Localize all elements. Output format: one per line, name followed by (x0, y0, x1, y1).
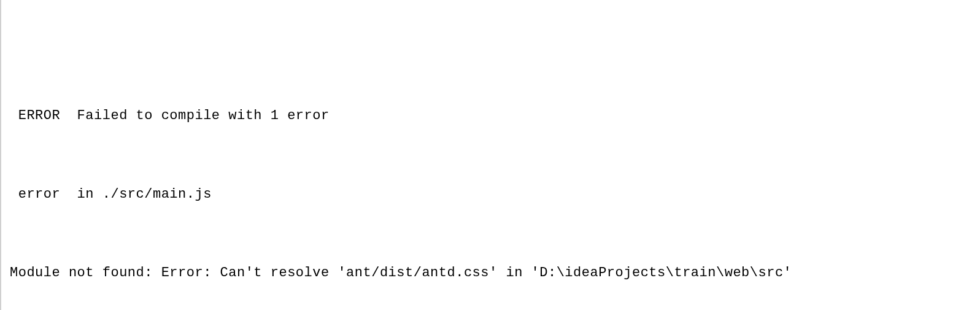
terminal-line (10, 145, 980, 165)
terminal-line: ERROR Failed to compile with 1 error (10, 106, 980, 126)
terminal-line: Module not found: Error: Can't resolve '… (10, 263, 980, 283)
terminal-line (10, 224, 980, 244)
terminal-line: error in ./src/main.js (10, 185, 980, 204)
terminal-output: ERROR Failed to compile with 1 error err… (10, 87, 980, 310)
terminal-line (10, 302, 980, 310)
